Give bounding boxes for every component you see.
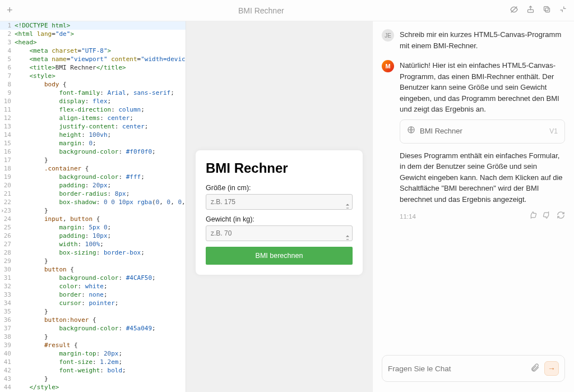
bmi-card: BMI Rechner Größe (in cm): Gewicht (in k… <box>196 150 363 275</box>
thumbs-down-icon[interactable] <box>543 210 551 223</box>
chat-input[interactable] <box>388 365 526 373</box>
window-title: BMI Rechner <box>13 6 510 15</box>
user-text: Schreib mir ein kurzes HTML5-Canvas-Prog… <box>400 29 565 51</box>
artifact-name: BMI Rechner <box>420 126 545 137</box>
attach-icon[interactable] <box>530 363 540 375</box>
visibility-icon[interactable] <box>510 5 519 16</box>
user-avatar: JE <box>382 29 394 41</box>
code-editor[interactable]: 1<!DOCTYPE html>2<html lang="de">3<head>… <box>0 21 186 392</box>
chat-body: JE Schreib mir ein kurzes HTML5-Canvas-P… <box>373 21 574 348</box>
assistant-message: M Natürlich! Hier ist ein einfaches HTML… <box>382 60 565 223</box>
timestamp: 11:14 <box>400 212 416 222</box>
artifact-version: V1 <box>549 126 558 136</box>
svg-rect-2 <box>545 8 550 12</box>
chat-input-row: → <box>373 348 574 392</box>
copy-icon[interactable] <box>543 5 551 16</box>
weight-label: Gewicht (in kg): <box>206 215 353 223</box>
assistant-content: Natürlich! Hier ist ein einfaches HTML5-… <box>400 60 565 223</box>
regenerate-icon[interactable] <box>557 210 565 223</box>
chat-input-container: → <box>382 355 565 382</box>
user-message: JE Schreib mir ein kurzes HTML5-Canvas-P… <box>382 29 565 51</box>
height-input[interactable] <box>206 194 353 210</box>
height-label: Größe (in cm): <box>206 184 353 192</box>
preview-title: BMI Rechner <box>206 160 353 176</box>
calculate-button[interactable]: BMI berechnen <box>206 247 353 265</box>
bot-avatar: M <box>382 60 394 72</box>
globe-icon <box>407 126 415 137</box>
main-area: 1<!DOCTYPE html>2<html lang="de">3<head>… <box>0 21 574 392</box>
assistant-text-2: Dieses Programm enthält ein einfaches Fo… <box>400 150 565 205</box>
share-icon[interactable] <box>526 5 535 16</box>
topbar-actions <box>510 5 567 16</box>
chat-pane: JE Schreib mir ein kurzes HTML5-Canvas-P… <box>372 21 574 392</box>
topbar: + BMI Rechner <box>0 0 574 21</box>
assistant-text-1: Natürlich! Hier ist ein einfaches HTML5-… <box>400 60 565 115</box>
collapse-icon[interactable] <box>559 5 567 16</box>
svg-rect-3 <box>544 7 549 11</box>
preview-pane: BMI Rechner Größe (in cm): Gewicht (in k… <box>186 21 372 392</box>
new-tab-button[interactable]: + <box>7 4 13 16</box>
send-button[interactable]: → <box>544 361 559 376</box>
thumbs-up-icon[interactable] <box>529 210 537 223</box>
artifact-card[interactable]: BMI Rechner V1 <box>400 119 565 144</box>
message-meta: 11:14 <box>400 210 565 223</box>
weight-input[interactable] <box>206 225 353 241</box>
